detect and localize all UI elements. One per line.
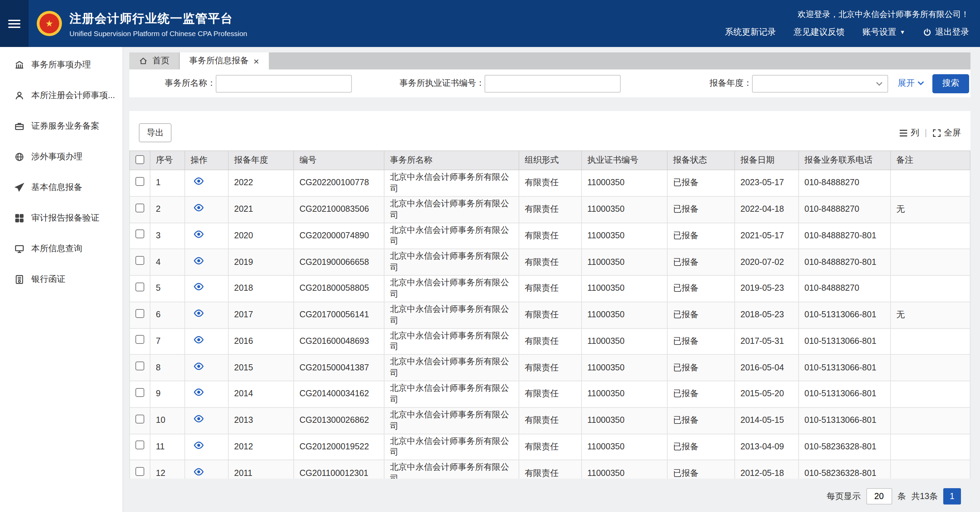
cell-org-form: 有限责任 [519,275,582,302]
view-eye-icon[interactable] [193,440,204,450]
caret-down-icon: ▼ [900,30,905,35]
cell-remark [891,170,970,196]
national-emblem-logo: ★ [37,11,62,36]
export-button[interactable]: 导出 [139,123,172,142]
report-table: 序号 操作 报备年度 编号 事务所名称 组织形式 执业证书编号 报备状态 报备日… [129,150,970,479]
cell-phone: 010-84888270 [799,196,891,223]
cell-remark [891,381,970,407]
table-row: 4 2019 CG201900066658 北京中永信会计师事务所有限公司 有限… [130,249,970,276]
row-checkbox[interactable] [135,335,144,344]
cell-date: 2018-05-23 [735,302,799,329]
cell-org-form: 有限责任 [519,328,582,355]
cell-seq: 2 [150,196,185,223]
cell-cert-number: 11000350 [582,249,667,276]
row-checkbox[interactable] [135,177,144,186]
platform-subtitle: Unified Supervision Platform of Chinese … [69,29,247,37]
cell-actions [185,328,228,355]
row-checkbox[interactable] [135,203,144,212]
page-button-1[interactable]: 1 [943,488,961,504]
sidebar-item-securities-filing[interactable]: 证券服务业务备案 [0,111,123,142]
cell-remark [891,223,970,249]
sidebar-item-audit-report-verify[interactable]: 审计报告报备验证 [0,203,123,233]
row-checkbox[interactable] [135,414,144,423]
cell-cert-number: 11000350 [582,381,667,407]
cell-cert-number: 11000350 [582,170,667,196]
cell-date: 2014-05-15 [735,407,799,434]
firm-name-input[interactable] [216,75,352,92]
view-eye-icon[interactable] [193,282,204,292]
sidebar-item-firm-info-query[interactable]: 本所信息查询 [0,233,123,264]
monitor-icon [14,244,24,254]
view-eye-icon[interactable] [193,388,204,397]
cell-date: 2012-05-18 [735,460,799,479]
search-button[interactable]: 搜索 [932,74,969,93]
cell-seq: 5 [150,275,185,302]
row-checkbox[interactable] [135,467,144,476]
tab-home[interactable]: 首页 [129,53,180,69]
row-checkbox[interactable] [135,282,144,292]
cell-phone: 010-84888270 [799,275,891,302]
table-row: 6 2017 CG201700056141 北京中永信会计师事务所有限公司 有限… [130,302,970,329]
cell-code: CG201700056141 [294,302,384,329]
view-eye-icon[interactable] [193,335,204,345]
nav-account-settings[interactable]: 账号设置 ▼ [862,27,905,38]
cell-year: 2018 [228,275,294,302]
row-checkbox[interactable] [135,309,144,317]
report-year-select[interactable] [752,75,888,92]
cell-year: 2019 [228,249,294,276]
cell-cert-number: 11000350 [582,434,667,460]
cell-phone: 010-84888270-801 [799,223,891,249]
chevron-down-icon [876,81,883,86]
cert-number-input[interactable] [485,75,620,92]
row-checkbox[interactable] [135,256,144,265]
per-page-input[interactable] [866,488,892,504]
cell-org-form: 有限责任 [519,170,582,196]
sidebar-item-cpa-matters[interactable]: 本所注册会计师事项... [0,80,123,111]
row-checkbox[interactable] [135,388,144,397]
cell-actions [185,407,228,434]
view-eye-icon[interactable] [193,230,204,239]
cell-date: 2017-05-31 [735,328,799,355]
sidebar-item-basic-info-report[interactable]: 基本信息报备 [0,172,123,203]
view-eye-icon[interactable] [193,361,204,371]
close-tab-icon[interactable]: × [253,56,259,66]
app-header: ★ 注册会计师行业统一监管平台 Unified Supervision Plat… [0,0,980,47]
sidebar-item-foreign-matters[interactable]: 涉外事项办理 [0,142,123,172]
cell-cert-number: 11000350 [582,223,667,249]
cell-status: 已报备 [667,249,735,276]
fullscreen-icon [932,128,941,137]
cell-actions [185,460,228,479]
cell-code: CG202000074890 [294,223,384,249]
sidebar-item-firm-matters[interactable]: 事务所事项办理 [0,50,123,80]
view-eye-icon[interactable] [193,308,204,318]
cell-date: 2019-05-23 [735,275,799,302]
fullscreen-tool[interactable]: 全屏 [932,127,961,139]
cell-actions [185,434,228,460]
cell-actions [185,170,228,196]
cell-remark: 无 [891,302,970,329]
expand-filters-link[interactable]: 展开 [898,78,924,89]
view-eye-icon[interactable] [193,256,204,265]
nav-logout[interactable]: 退出登录 [923,27,969,38]
row-checkbox[interactable] [135,230,144,239]
nav-update-log[interactable]: 系统更新记录 [725,27,776,38]
table-row: 7 2016 CG201600048693 北京中永信会计师事务所有限公司 有限… [130,328,970,355]
row-checkbox[interactable] [135,362,144,370]
cell-seq: 3 [150,223,185,249]
cell-phone: 010-51313066-801 [799,407,891,434]
tab-firm-info-report[interactable]: 事务所信息报备 × [180,53,269,69]
cell-remark [891,275,970,302]
menu-toggle-button[interactable] [0,0,29,47]
sidebar-item-bank-confirmation[interactable]: 银行函证 [0,264,123,295]
view-eye-icon[interactable] [193,203,204,212]
cell-status: 已报备 [667,170,735,196]
view-eye-icon[interactable] [193,467,204,476]
cell-code: CG201200019522 [294,434,384,460]
cell-seq: 8 [150,355,185,381]
nav-feedback[interactable]: 意见建议反馈 [794,27,845,38]
view-eye-icon[interactable] [193,414,204,423]
row-checkbox[interactable] [135,441,144,450]
columns-tool[interactable]: 列 [899,127,920,139]
view-eye-icon[interactable] [193,177,204,186]
select-all-checkbox[interactable] [135,155,144,164]
